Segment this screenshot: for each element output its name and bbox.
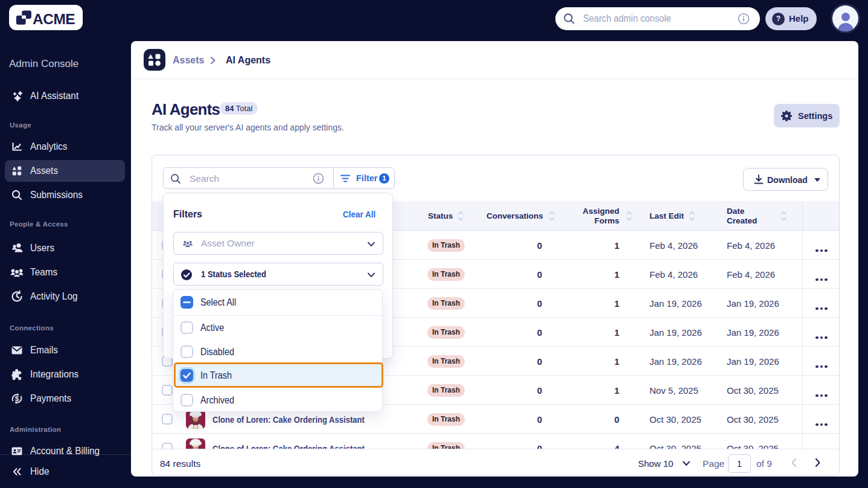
svg-text:$: $ xyxy=(15,395,19,402)
